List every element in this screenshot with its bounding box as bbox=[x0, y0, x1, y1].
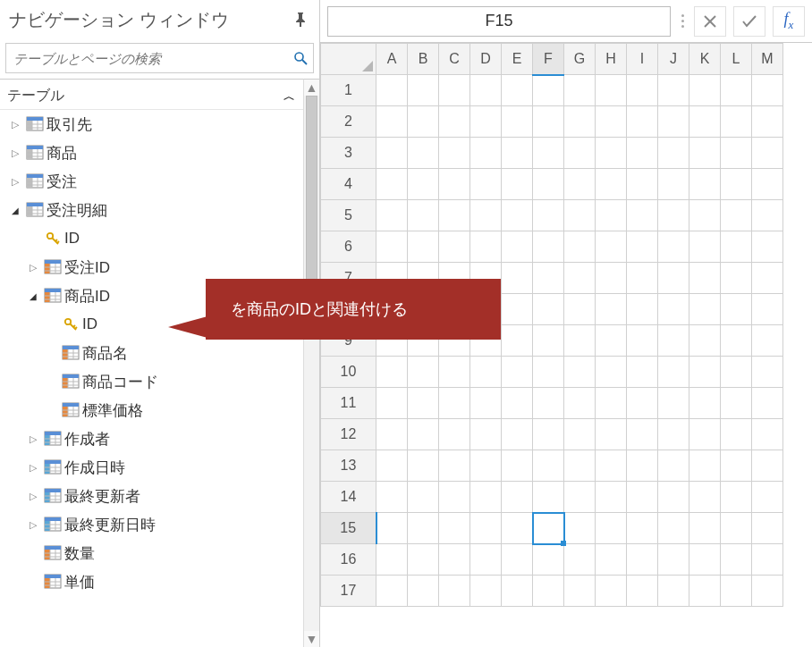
row-header[interactable]: 13 bbox=[321, 450, 376, 482]
cell[interactable] bbox=[564, 169, 596, 200]
cell[interactable] bbox=[627, 513, 658, 544]
cell[interactable] bbox=[658, 106, 689, 138]
cancel-button[interactable] bbox=[694, 6, 726, 37]
cell[interactable] bbox=[721, 325, 752, 357]
cell[interactable] bbox=[658, 263, 689, 294]
cell[interactable] bbox=[470, 231, 502, 263]
cell[interactable] bbox=[752, 263, 783, 294]
cell[interactable] bbox=[376, 138, 408, 169]
cell[interactable] bbox=[408, 482, 439, 513]
cell[interactable] bbox=[408, 450, 439, 482]
cell[interactable] bbox=[533, 106, 564, 138]
cell[interactable] bbox=[564, 200, 596, 231]
column-header[interactable]: D bbox=[470, 44, 502, 75]
cell[interactable] bbox=[502, 75, 533, 106]
cell[interactable] bbox=[502, 169, 533, 200]
cell[interactable] bbox=[752, 388, 783, 419]
cell[interactable] bbox=[502, 200, 533, 231]
cell[interactable] bbox=[439, 450, 470, 482]
cell[interactable] bbox=[408, 544, 439, 576]
cell[interactable] bbox=[376, 388, 408, 419]
tree-item[interactable]: 商品名 bbox=[0, 339, 303, 367]
cell[interactable] bbox=[627, 200, 658, 231]
cell[interactable] bbox=[596, 576, 627, 607]
cell[interactable] bbox=[533, 169, 564, 200]
cell[interactable] bbox=[376, 482, 408, 513]
cell[interactable] bbox=[596, 294, 627, 325]
cell[interactable] bbox=[470, 419, 502, 450]
cell[interactable] bbox=[752, 138, 783, 169]
cell[interactable] bbox=[533, 388, 564, 419]
cell[interactable] bbox=[502, 294, 533, 325]
cell[interactable] bbox=[502, 419, 533, 450]
cell[interactable] bbox=[752, 325, 783, 357]
cell[interactable] bbox=[376, 106, 408, 138]
row-header[interactable]: 2 bbox=[321, 106, 376, 138]
cell[interactable] bbox=[689, 138, 721, 169]
cell[interactable] bbox=[689, 263, 721, 294]
cell[interactable] bbox=[627, 544, 658, 576]
cell[interactable] bbox=[721, 388, 752, 419]
cell[interactable] bbox=[470, 544, 502, 576]
cell[interactable] bbox=[439, 357, 470, 388]
row-header[interactable]: 3 bbox=[321, 138, 376, 169]
search-input[interactable] bbox=[6, 47, 288, 70]
cell[interactable] bbox=[376, 231, 408, 263]
cell[interactable] bbox=[658, 138, 689, 169]
cell[interactable] bbox=[658, 388, 689, 419]
fx-button[interactable]: fx bbox=[773, 6, 805, 37]
cell[interactable] bbox=[533, 325, 564, 357]
cell[interactable] bbox=[627, 294, 658, 325]
cell[interactable] bbox=[564, 325, 596, 357]
cell[interactable] bbox=[596, 75, 627, 106]
cell[interactable] bbox=[470, 482, 502, 513]
cell[interactable] bbox=[502, 325, 533, 357]
cell[interactable] bbox=[564, 450, 596, 482]
cell[interactable] bbox=[470, 450, 502, 482]
cell[interactable] bbox=[408, 169, 439, 200]
cell[interactable] bbox=[689, 419, 721, 450]
cell[interactable] bbox=[533, 294, 564, 325]
cell[interactable] bbox=[658, 357, 689, 388]
tree-item[interactable]: 数量 bbox=[0, 539, 303, 567]
cell[interactable] bbox=[502, 231, 533, 263]
column-header[interactable]: C bbox=[439, 44, 470, 75]
cell[interactable] bbox=[502, 450, 533, 482]
cell[interactable] bbox=[721, 138, 752, 169]
cell[interactable] bbox=[408, 75, 439, 106]
cell[interactable] bbox=[533, 419, 564, 450]
cell[interactable] bbox=[721, 169, 752, 200]
cell[interactable] bbox=[627, 231, 658, 263]
cell[interactable] bbox=[658, 576, 689, 607]
column-header[interactable]: B bbox=[408, 44, 439, 75]
cell[interactable] bbox=[689, 106, 721, 138]
cell[interactable] bbox=[721, 231, 752, 263]
cell[interactable] bbox=[627, 419, 658, 450]
cell[interactable] bbox=[376, 169, 408, 200]
cell[interactable] bbox=[470, 138, 502, 169]
column-header[interactable]: F bbox=[533, 44, 564, 75]
cell[interactable] bbox=[376, 357, 408, 388]
select-all-corner[interactable] bbox=[321, 44, 376, 75]
cell[interactable] bbox=[564, 357, 596, 388]
cell[interactable] bbox=[721, 200, 752, 231]
cell[interactable] bbox=[689, 576, 721, 607]
tree-item[interactable]: ▷取引先 bbox=[0, 110, 303, 139]
cell[interactable] bbox=[752, 294, 783, 325]
row-header[interactable]: 4 bbox=[321, 169, 376, 200]
cell[interactable] bbox=[721, 482, 752, 513]
cell[interactable] bbox=[752, 231, 783, 263]
cell[interactable] bbox=[564, 231, 596, 263]
cell[interactable] bbox=[689, 482, 721, 513]
cell[interactable] bbox=[752, 169, 783, 200]
cell[interactable] bbox=[533, 450, 564, 482]
row-header[interactable]: 5 bbox=[321, 200, 376, 231]
name-box[interactable]: F15 bbox=[327, 6, 671, 37]
cell[interactable] bbox=[439, 544, 470, 576]
cell[interactable] bbox=[533, 263, 564, 294]
cell[interactable] bbox=[596, 200, 627, 231]
cell[interactable] bbox=[596, 513, 627, 544]
cell[interactable] bbox=[596, 169, 627, 200]
cell[interactable] bbox=[658, 231, 689, 263]
tree-item[interactable]: 標準価格 bbox=[0, 396, 303, 424]
